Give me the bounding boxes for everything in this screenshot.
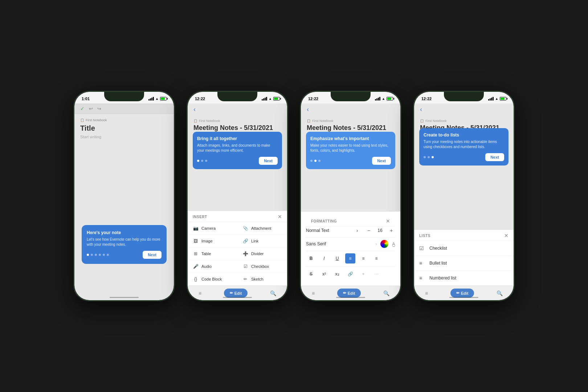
dot-2 <box>314 160 317 162</box>
superscript-button[interactable]: x² <box>319 269 329 279</box>
phone1-screen: 1:01 ▲ ✓ ↩ ↪ <box>74 92 174 300</box>
phone4: 12:22 ▲ ‹ <box>413 91 515 301</box>
sketch-label: Sketch <box>251 277 264 281</box>
insert-attachment[interactable]: 📎 Attachment <box>237 222 287 235</box>
divider-label: Divider <box>251 252 264 256</box>
phone3-dots <box>310 160 320 162</box>
text-style-label[interactable]: Normal Text <box>306 228 329 233</box>
underline-button[interactable]: U <box>332 253 342 264</box>
attachment-label: Attachment <box>251 226 271 230</box>
link-label: Link <box>251 239 258 243</box>
insert-table[interactable]: ⊞ Table <box>188 248 237 260</box>
checkbox-label: Checkbox <box>251 264 269 269</box>
more-button[interactable]: ⋯ <box>371 269 381 279</box>
numbered-list-label: Numbered list <box>429 275 456 281</box>
phone3-screen: 12:22 ▲ ‹ <box>301 92 400 300</box>
insert-panel-header: INSERT ✕ <box>188 211 287 222</box>
insert-panel-title: INSERT <box>193 215 207 219</box>
phone2-time: 12:22 <box>195 97 205 101</box>
phone2-screen: 12:22 ▲ ‹ <box>188 92 287 300</box>
phone4-next-button[interactable]: Next <box>485 153 504 161</box>
phone2-dots <box>197 160 207 162</box>
insert-image[interactable]: 🖼 Image <box>188 235 237 248</box>
table-label: Table <box>201 252 211 256</box>
insert-divider[interactable]: ➕ Divider <box>237 248 287 260</box>
format-panel: FORMATTING ✕ Normal Text › − 16 + <box>301 211 400 286</box>
insert-checkbox[interactable]: ☑ Checkbox <box>237 260 287 273</box>
phone3-tooltip-body: Make your notes easier to read using tex… <box>310 143 391 153</box>
format-panel-close[interactable]: ✕ <box>386 218 390 224</box>
chevron-icon: › <box>376 242 377 246</box>
phone4-tooltip-title: Create to-do lists <box>424 132 504 138</box>
phone2-tooltip-footer: Next <box>197 157 278 165</box>
lists-panel-header: LISTS ✕ <box>414 230 514 241</box>
format-divider2 <box>306 251 395 251</box>
phone1-overlay <box>74 92 174 300</box>
dot-3 <box>95 254 97 256</box>
phone4-wrapper: 12:22 ▲ ‹ <box>413 91 515 301</box>
phone4-tooltip-footer: Next <box>424 153 504 161</box>
phone2: 12:22 ▲ ‹ <box>187 91 288 301</box>
audio-icon: 🎤 <box>193 264 199 269</box>
align-center-button[interactable]: ≡ <box>358 253 368 264</box>
insert-sketch[interactable]: ✏ Sketch <box>237 273 287 286</box>
battery-icon <box>500 97 506 101</box>
dot-6 <box>107 254 109 256</box>
bold-button[interactable]: B <box>306 253 316 264</box>
checkbox-icon: ☑ <box>242 264 248 269</box>
format-panel-title: FORMATTING <box>311 219 337 223</box>
camera-icon: 📷 <box>193 225 199 231</box>
dot-1 <box>197 160 199 162</box>
magic-button[interactable]: ✦ <box>358 269 368 279</box>
align-right-button[interactable]: ≡ <box>371 253 381 264</box>
align-left-button[interactable]: ≡ <box>345 253 355 264</box>
format-panel-header: FORMATTING ✕ <box>306 215 395 226</box>
format-divider1 <box>306 237 395 238</box>
dot-1 <box>424 156 426 158</box>
image-label: Image <box>201 239 213 243</box>
divider-icon: ➕ <box>242 251 248 257</box>
phone1-tooltip-body: Let's see how Evernote can help you do m… <box>87 237 162 247</box>
phone2-tooltip-body: Attach images, links, and documents to m… <box>197 143 278 153</box>
checklist-item[interactable]: ☑ Checklist <box>414 241 514 256</box>
lists-panel-title: LISTS <box>419 234 430 238</box>
increase-size-btn[interactable]: + <box>387 226 395 234</box>
phone2-next-button[interactable]: Next <box>259 157 278 165</box>
insert-camera[interactable]: 📷 Camera <box>188 222 237 235</box>
table-icon: ⊞ <box>193 251 199 257</box>
strikethrough-button[interactable]: S <box>306 269 316 279</box>
color-picker-button[interactable] <box>380 240 388 248</box>
phone1-dots <box>87 254 109 256</box>
battery-icon <box>160 97 167 101</box>
phone1-status-bar: 1:01 ▲ <box>74 92 174 103</box>
dot-2 <box>428 156 430 158</box>
font-family-label[interactable]: Sans Serif <box>306 241 326 246</box>
insert-link[interactable]: 🔗 Link <box>237 235 287 248</box>
insert-audio[interactable]: 🎤 Audio <box>188 260 237 273</box>
lists-panel-close[interactable]: ✕ <box>504 233 509 238</box>
phone2-tooltip: Bring it all together Attach images, lin… <box>193 132 282 169</box>
wifi-icon: ▲ <box>382 97 385 101</box>
phone3-next-button[interactable]: Next <box>372 157 391 165</box>
italic-button[interactable]: I <box>319 253 329 264</box>
phone3-tooltip: Emphasize what's important Make your not… <box>306 132 395 169</box>
dot-3 <box>432 156 434 158</box>
dot-3 <box>318 160 320 162</box>
extra-format-row: S x² x₂ 🔗 ✦ ⋯ <box>306 269 395 279</box>
phone1-tooltip-footer: Next <box>87 251 162 259</box>
sketch-icon: ✏ <box>242 276 248 282</box>
phone3-status-icons: ▲ <box>375 97 393 101</box>
phone1-next-button[interactable]: Next <box>143 251 162 259</box>
subscript-button[interactable]: x₂ <box>332 269 342 279</box>
numbered-list-item[interactable]: ≡ Numbered list <box>414 271 514 286</box>
decrease-size-btn[interactable]: − <box>365 226 373 234</box>
link-button[interactable]: 🔗 <box>345 269 355 279</box>
image-icon: 🖼 <box>193 238 199 244</box>
highlight-icon[interactable]: A̲ <box>392 241 395 247</box>
insert-panel-close[interactable]: ✕ <box>278 214 282 220</box>
codeblock-icon: {} <box>193 276 199 282</box>
dot-2 <box>201 160 203 162</box>
phone4-dots <box>424 156 434 158</box>
insert-codeblock[interactable]: {} Code Block <box>188 273 237 286</box>
bullet-list-item[interactable]: ≡ Bullet list <box>414 256 514 271</box>
